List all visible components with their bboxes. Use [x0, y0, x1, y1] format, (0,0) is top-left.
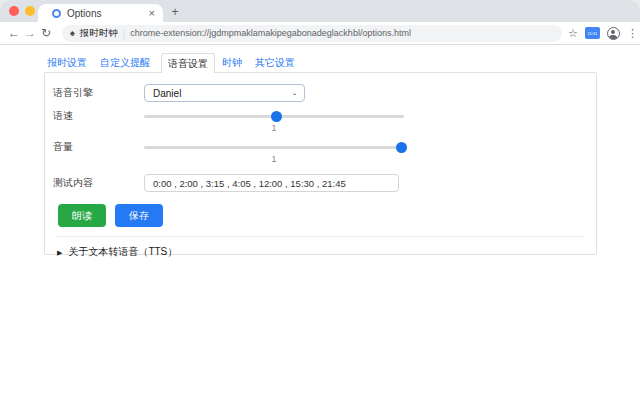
- slider-thumb[interactable]: [396, 142, 407, 153]
- reload-icon[interactable]: ↻: [38, 26, 54, 40]
- voice-engine-select[interactable]: Daniel ⌄: [144, 84, 305, 102]
- tab-clock[interactable]: 时钟: [219, 53, 245, 72]
- titlebar: Options × +: [0, 0, 640, 22]
- speech-rate-label: 语速: [53, 109, 144, 123]
- browser-toolbar: ← → ↻ ♠ 报时时钟 | chrome-extension://jgdmpm…: [0, 22, 640, 45]
- divider: [57, 236, 584, 237]
- test-content-input[interactable]: [144, 174, 399, 192]
- speech-rate-value: 1: [144, 122, 404, 134]
- extension-name: 报时时钟: [80, 27, 118, 40]
- url-text: chrome-extension://jgdmpmaklamakipegabon…: [130, 28, 411, 38]
- tab-chime-settings[interactable]: 报时设置: [44, 53, 90, 72]
- minimize-window-button[interactable]: [25, 6, 35, 16]
- options-tab-bar: 报时设置 自定义提醒 语音设置 时钟 其它设置: [0, 45, 640, 72]
- slider-thumb[interactable]: [271, 111, 282, 122]
- extension-page-icon: ♠: [70, 29, 75, 38]
- about-tts-label: 关于文本转语音（TTS）: [68, 245, 177, 259]
- tab-title: Options: [67, 8, 147, 19]
- voice-engine-value: Daniel: [153, 88, 181, 99]
- tab-other-settings[interactable]: 其它设置: [252, 53, 298, 72]
- address-bar[interactable]: ♠ 报时时钟 | chrome-extension://jgdmpmaklama…: [62, 25, 562, 42]
- close-tab-icon[interactable]: ×: [147, 8, 157, 19]
- volume-value: 1: [144, 153, 404, 165]
- slider-track: [144, 146, 404, 150]
- voice-engine-label: 语音引擎: [53, 86, 144, 100]
- volume-slider[interactable]: [144, 141, 404, 153]
- profile-avatar-icon[interactable]: [607, 27, 620, 40]
- volume-label: 音量: [53, 140, 144, 154]
- url-separator: |: [123, 28, 125, 39]
- tab-voice-settings[interactable]: 语音设置: [161, 53, 215, 73]
- browser-tab[interactable]: Options ×: [38, 4, 163, 22]
- browser-window: Options × + ← → ↻ ♠ 报时时钟 | chrome-extens…: [0, 0, 640, 400]
- button-row: 朗读 保存: [58, 204, 588, 227]
- triangle-right-icon: ▶: [57, 249, 62, 256]
- options-page: 报时设置 自定义提醒 语音设置 时钟 其它设置 语音引擎 Daniel ⌄ 语速: [0, 45, 640, 400]
- read-aloud-button[interactable]: 朗读: [58, 204, 106, 227]
- volume-group: 音量 1: [53, 141, 588, 165]
- new-tab-button[interactable]: +: [167, 4, 183, 20]
- save-button[interactable]: 保存: [115, 204, 163, 227]
- voice-settings-panel: 语音引擎 Daniel ⌄ 语速 1 音量: [44, 72, 597, 255]
- tab-custom-reminder[interactable]: 自定义提醒: [97, 53, 153, 72]
- close-window-button[interactable]: [9, 6, 19, 16]
- forward-icon[interactable]: →: [22, 26, 38, 40]
- back-icon[interactable]: ←: [6, 26, 22, 40]
- extension-toolbar-icon[interactable]: 11:31: [585, 27, 600, 39]
- speech-rate-slider[interactable]: [144, 110, 404, 122]
- bookmark-star-icon[interactable]: ☆: [568, 28, 578, 39]
- about-tts-toggle[interactable]: ▶ 关于文本转语音（TTS）: [57, 245, 588, 259]
- browser-menu-icon[interactable]: ⋮: [627, 28, 638, 39]
- test-content-row: 测试内容: [53, 174, 588, 192]
- voice-engine-row: 语音引擎 Daniel ⌄: [53, 84, 588, 102]
- toolbar-right: ☆ 11:31 ⋮: [568, 27, 638, 40]
- test-content-label: 测试内容: [53, 176, 144, 190]
- extension-favicon-icon: [52, 9, 61, 18]
- speech-rate-group: 语速 1: [53, 110, 588, 134]
- chevron-down-icon: ⌄: [291, 90, 298, 96]
